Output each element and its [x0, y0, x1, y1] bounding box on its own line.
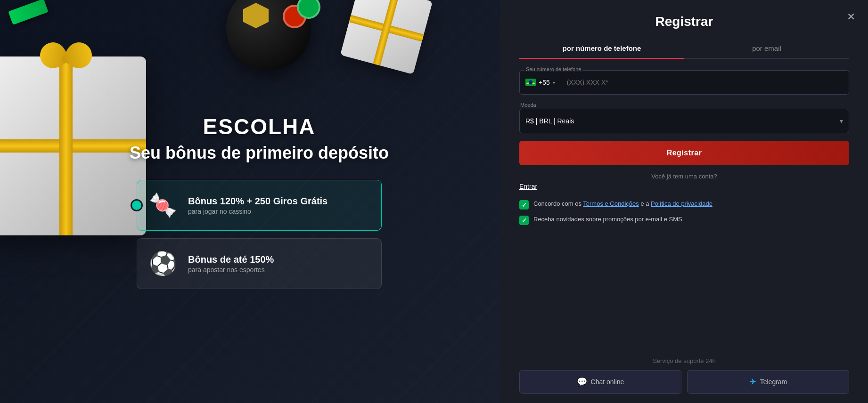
- support-label: Serviço de suporte 24h: [519, 357, 849, 364]
- register-button[interactable]: Registrar: [519, 141, 849, 165]
- bonus-card-casino[interactable]: 🍬 Bônus 120% + 250 Giros Grátis para jog…: [137, 180, 382, 231]
- terms-checkbox[interactable]: ✓: [519, 200, 529, 210]
- telegram-button[interactable]: ✈ Telegram: [687, 370, 849, 394]
- support-buttons: 💬 Chat online ✈ Telegram: [519, 370, 849, 394]
- chevron-down-icon: ▾: [553, 80, 555, 85]
- registration-tabs: por número de telefone por email: [519, 40, 849, 59]
- checkmark-icon-2: ✓: [522, 217, 527, 224]
- promotions-text: Receba novidades sobre promoções por e-m…: [533, 215, 682, 224]
- modal-title: Registrar: [655, 14, 713, 29]
- terms-link[interactable]: Termos e Condições: [583, 200, 639, 207]
- bonus-sports-icon: ⚽: [147, 247, 180, 280]
- left-content-area: ESCOLHA Seu bônus de primeiro depósito 🍬…: [0, 0, 518, 403]
- country-code: +55: [539, 79, 550, 86]
- currency-selector[interactable]: R$ | BRL | Reais ▾: [519, 109, 849, 133]
- chat-icon: 💬: [577, 377, 587, 387]
- promotions-checkbox-row: ✓ Receba novidades sobre promoções por e…: [519, 215, 849, 225]
- login-link[interactable]: Entrar: [519, 183, 537, 190]
- terms-checkbox-row: ✓ Concordo com os Termos e Condições e a…: [519, 200, 849, 210]
- bonus-sports-subtitle: para apostar nos esportes: [188, 266, 274, 274]
- close-button[interactable]: ✕: [843, 8, 860, 25]
- privacy-link[interactable]: Política de privacidade: [651, 200, 712, 207]
- currency-value: R$ | BRL | Reais: [525, 117, 574, 125]
- support-section: Serviço de suporte 24h 💬 Chat online ✈ T…: [519, 357, 849, 394]
- tab-email[interactable]: por email: [684, 40, 849, 58]
- telegram-icon: ✈: [749, 377, 756, 387]
- phone-number-input[interactable]: [561, 79, 849, 86]
- currency-chevron-icon: ▾: [840, 117, 843, 125]
- registration-form: Seu número de telefone +55 ▾ Moeda R$ | …: [519, 70, 849, 231]
- terms-text: Concordo com os Termos e Condições e a P…: [533, 200, 712, 208]
- telegram-label: Telegram: [760, 378, 787, 386]
- sub-heading: Seu bônus de primeiro depósito: [130, 143, 389, 163]
- country-selector[interactable]: +55 ▾: [520, 71, 561, 94]
- registration-modal: ✕ Registrar por número de telefone por e…: [500, 0, 868, 403]
- bonus-casino-title: Bônus 120% + 250 Giros Grátis: [188, 196, 328, 207]
- bonus-casino-text: Bônus 120% + 250 Giros Grátis para jogar…: [188, 196, 328, 215]
- bonus-casino-icon: 🍬: [147, 189, 180, 222]
- currency-field-label: Moeda: [519, 102, 849, 108]
- flag-brazil: [525, 79, 536, 86]
- bonus-casino-subtitle: para jogar no cassino: [188, 208, 328, 215]
- checkmark-icon: ✓: [522, 202, 527, 209]
- bonus-options-list: 🍬 Bônus 120% + 250 Giros Grátis para jog…: [137, 180, 382, 289]
- bonus-sports-text: Bônus de até 150% para apostar nos espor…: [188, 254, 274, 274]
- currency-field-wrapper: Moeda R$ | BRL | Reais ▾: [519, 102, 849, 133]
- radio-selected: [131, 199, 143, 211]
- phone-field-label: Seu número de telefone: [524, 66, 583, 72]
- main-heading: ESCOLHA: [203, 114, 316, 139]
- phone-field-wrapper: Seu número de telefone +55 ▾: [519, 70, 849, 95]
- tab-phone[interactable]: por número de telefone: [519, 40, 684, 58]
- chat-label: Chat online: [591, 378, 624, 386]
- promotions-checkbox[interactable]: ✓: [519, 216, 529, 225]
- bonus-card-sports[interactable]: ⚽ Bônus de até 150% para apostar nos esp…: [137, 238, 382, 289]
- bonus-sports-title: Bônus de até 150%: [188, 254, 274, 265]
- phone-input-row: +55 ▾: [519, 70, 849, 95]
- chat-online-button[interactable]: 💬 Chat online: [519, 370, 681, 394]
- account-prompt: Você já tem uma conta?: [519, 173, 849, 180]
